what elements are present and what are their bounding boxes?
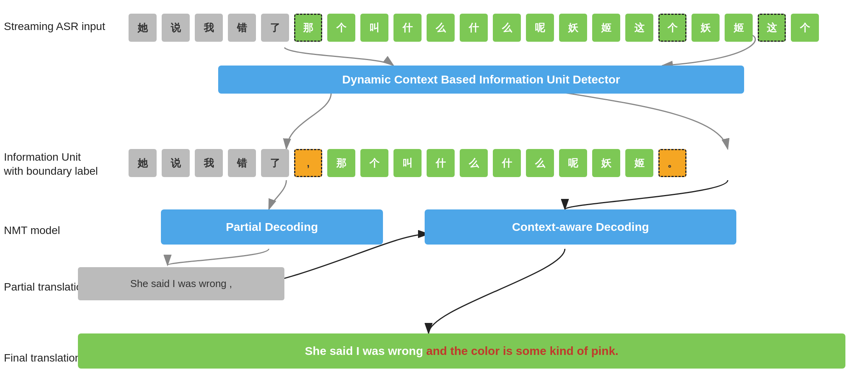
iu-green-2: 叫: [393, 149, 422, 177]
asr-token-11: 么: [493, 14, 521, 42]
iu-boundary-2: 。: [658, 149, 686, 177]
iu-green-0: 那: [327, 149, 355, 177]
iu-green-8: 妖: [592, 149, 620, 177]
asr-token-2: 我: [195, 14, 223, 42]
asr-token-13: 妖: [559, 14, 587, 42]
asr-token-9: 么: [427, 14, 455, 42]
iu-green-5: 什: [493, 149, 521, 177]
asr-row-label: Streaming ASR input: [4, 20, 117, 34]
iu-gray-3: 错: [228, 149, 256, 177]
asr-token-6: 个: [327, 14, 355, 42]
partial-decoding-box: Partial Decoding: [161, 209, 383, 245]
asr-token-12: 呢: [526, 14, 554, 42]
iu-boundary-1: ,: [294, 149, 322, 177]
asr-token-18: 姬: [725, 14, 753, 42]
diagram: Streaming ASR input Information Unit wit…: [0, 0, 868, 383]
asr-token-5: 那: [294, 14, 322, 42]
partial-translation-box: She said I was wrong ,: [78, 267, 284, 300]
asr-token-4: 了: [261, 14, 289, 42]
iu-green-3: 什: [427, 149, 455, 177]
iu-green-4: 么: [460, 149, 488, 177]
iu-gray-2: 我: [195, 149, 223, 177]
asr-token-19: 这: [758, 14, 786, 42]
asr-token-10: 什: [460, 14, 488, 42]
asr-token-16: 个: [658, 14, 686, 42]
iu-green-6: 么: [526, 149, 554, 177]
iu-green-9: 姬: [625, 149, 653, 177]
asr-token-17: 妖: [692, 14, 720, 42]
asr-token-20: 个: [791, 14, 819, 42]
nmt-row-label: NMT model: [4, 223, 117, 238]
iu-green-7: 呢: [559, 149, 587, 177]
iu-gray-0: 她: [129, 149, 157, 177]
asr-token-15: 这: [625, 14, 653, 42]
iu-gray-1: 说: [162, 149, 190, 177]
asr-token-8: 什: [393, 14, 422, 42]
asr-token-7: 叫: [360, 14, 388, 42]
arrows-svg: [0, 0, 868, 383]
asr-token-0: 她: [129, 14, 157, 42]
asr-token-14: 姬: [592, 14, 620, 42]
final-translation-white: She said I was wrong: [305, 344, 423, 358]
iu-row-label: Information Unit with boundary label: [4, 150, 117, 179]
final-translation-box: She said I was wrong and the color is so…: [78, 333, 845, 369]
context-aware-box: Context-aware Decoding: [425, 209, 736, 245]
final-translation-red: and the color is some kind of pink.: [426, 344, 618, 358]
asr-token-3: 错: [228, 14, 256, 42]
detector-box: Dynamic Context Based Information Unit D…: [218, 66, 744, 94]
iu-gray-4: 了: [261, 149, 289, 177]
asr-token-1: 说: [162, 14, 190, 42]
iu-green-1: 个: [360, 149, 388, 177]
